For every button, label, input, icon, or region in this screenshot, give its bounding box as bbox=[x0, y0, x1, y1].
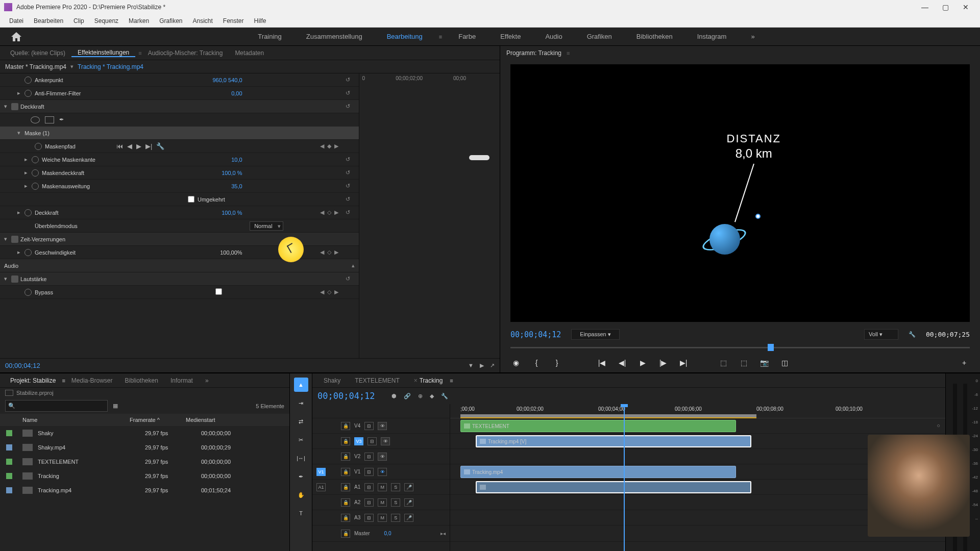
stopwatch-icon[interactable] bbox=[24, 289, 32, 296]
reset-icon[interactable]: ↺ bbox=[346, 156, 355, 163]
tab-metadaten[interactable]: Metadaten bbox=[229, 49, 270, 57]
track-options-icon[interactable]: ○ bbox=[937, 422, 940, 429]
mask-handle[interactable] bbox=[755, 214, 761, 219]
step-back-icon[interactable]: ◀| bbox=[617, 357, 628, 368]
track-play-icon[interactable]: ▶ bbox=[136, 142, 141, 150]
project-search-input[interactable] bbox=[5, 400, 108, 412]
reset-icon[interactable]: ↺ bbox=[346, 196, 355, 203]
kf-add-icon[interactable]: ◇ bbox=[327, 249, 331, 256]
track-step-fwd-icon[interactable]: ▶| bbox=[145, 142, 152, 150]
marker-link-icon[interactable]: 🔗 bbox=[404, 393, 411, 399]
workspace-farbe[interactable]: Farbe bbox=[446, 33, 488, 40]
kf-prev-icon[interactable]: ◀ bbox=[320, 209, 324, 216]
program-scrubber[interactable] bbox=[510, 343, 970, 353]
track-visibility-icon[interactable]: 👁 bbox=[378, 422, 387, 430]
mic-icon[interactable]: 🎤 bbox=[404, 514, 413, 522]
in-point-icon[interactable]: { bbox=[531, 357, 542, 368]
stopwatch-icon[interactable] bbox=[24, 209, 32, 216]
mask-rect-icon[interactable] bbox=[45, 116, 54, 123]
close-button[interactable]: ✕ bbox=[955, 3, 976, 11]
caret-icon[interactable]: ▸ bbox=[24, 156, 32, 163]
kf-add-icon[interactable]: ◇ bbox=[327, 289, 331, 295]
stopwatch-icon[interactable] bbox=[35, 143, 42, 150]
play-icon[interactable]: ▶ bbox=[637, 357, 648, 368]
mask-ellipse-icon[interactable] bbox=[31, 116, 40, 123]
keyframe-marker[interactable] bbox=[469, 155, 489, 160]
pen-tool-icon[interactable]: ✒ bbox=[294, 469, 308, 484]
reset-icon[interactable]: ↺ bbox=[346, 169, 355, 176]
out-point-icon[interactable]: } bbox=[551, 357, 562, 368]
project-item[interactable]: Tracking.mp4 29,97 fps 00;01;50;24 bbox=[0, 483, 289, 497]
kf-prev-icon[interactable]: ◀ bbox=[320, 289, 324, 295]
menu-marken[interactable]: Marken bbox=[124, 17, 154, 24]
caret-icon[interactable]: ▸ bbox=[24, 169, 32, 176]
value-deckkraft2[interactable]: 100,0 % bbox=[222, 210, 242, 216]
track-sync-icon[interactable]: ⊟ bbox=[364, 453, 374, 461]
mute-button[interactable]: M bbox=[378, 498, 387, 507]
track-lock-icon[interactable]: 🔒 bbox=[341, 530, 350, 538]
track-sync-icon[interactable]: ⊟ bbox=[364, 422, 374, 430]
track-back-icon[interactable]: ⏮ bbox=[116, 142, 123, 150]
solo-button[interactable]: S bbox=[391, 483, 400, 491]
workspace-zusammenstellung[interactable]: Zusammenstellung bbox=[294, 33, 375, 40]
track-sync-icon[interactable]: ⊟ bbox=[364, 498, 374, 507]
goto-out-icon[interactable]: ▶| bbox=[678, 357, 689, 368]
slip-tool-icon[interactable]: |↔| bbox=[294, 451, 308, 465]
expand-icon[interactable]: ▸◂ bbox=[440, 531, 446, 536]
value-maskendeck[interactable]: 100,0 % bbox=[222, 170, 242, 176]
filter-icon[interactable]: ▼ bbox=[468, 362, 474, 369]
reset-icon[interactable]: ↺ bbox=[346, 90, 355, 96]
marker-icon[interactable]: ◉ bbox=[510, 357, 522, 368]
tab-bibliotheken[interactable]: Bibliotheken bbox=[119, 377, 164, 384]
fx-icon[interactable] bbox=[11, 276, 18, 283]
workspace-bibliotheken[interactable]: Bibliotheken bbox=[624, 33, 685, 40]
type-tool-icon[interactable]: T bbox=[294, 506, 308, 520]
menu-hilfe[interactable]: Hilfe bbox=[249, 17, 272, 24]
effect-timeline[interactable]: 0 00;00;02;00 00;00 bbox=[359, 73, 500, 358]
prop-maske[interactable]: Maske (1) bbox=[24, 130, 50, 136]
stopwatch-icon[interactable] bbox=[32, 183, 39, 190]
clip-textelement[interactable]: TEXTELEMENT bbox=[460, 420, 736, 432]
track-visibility-icon[interactable]: 👁 bbox=[381, 437, 390, 445]
program-monitor[interactable]: DISTANZ 8,0 km bbox=[510, 64, 970, 322]
planet-graphic[interactable] bbox=[709, 224, 745, 260]
compare-icon[interactable]: ◫ bbox=[779, 357, 790, 368]
stopwatch-icon[interactable] bbox=[32, 156, 39, 163]
caret-icon[interactable]: ▾ bbox=[4, 236, 11, 242]
mask-pen-icon[interactable]: ✒ bbox=[59, 116, 68, 123]
caret-icon[interactable]: ▸ bbox=[17, 209, 24, 216]
solo-button[interactable]: S bbox=[391, 498, 400, 507]
track-visibility-icon[interactable]: 👁 bbox=[378, 468, 387, 476]
reset-icon[interactable]: ↺ bbox=[346, 103, 355, 110]
selection-tool-icon[interactable]: ▲ bbox=[294, 378, 308, 392]
playhead-icon[interactable] bbox=[768, 344, 774, 351]
effect-timecode[interactable]: 00;00;04;12 bbox=[5, 362, 40, 369]
chevron-down-icon[interactable]: ▾ bbox=[70, 63, 74, 70]
mute-button[interactable]: M bbox=[378, 483, 387, 491]
caret-icon[interactable]: ▾ bbox=[17, 130, 24, 136]
kf-prev-icon[interactable]: ◀ bbox=[320, 143, 324, 149]
fx-icon[interactable] bbox=[11, 236, 18, 243]
source-a1[interactable]: A1 bbox=[316, 483, 326, 491]
col-medienstart[interactable]: Medienstart bbox=[186, 417, 283, 423]
program-menu-icon[interactable]: ≡ bbox=[567, 50, 570, 56]
maximize-button[interactable]: ▢ bbox=[935, 3, 955, 11]
snapshot-icon[interactable]: 📷 bbox=[758, 357, 770, 368]
resolution-dropdown[interactable]: Voll ▾ bbox=[864, 329, 898, 340]
kf-next-icon[interactable]: ▶ bbox=[334, 143, 338, 149]
caret-icon[interactable]: ▾ bbox=[4, 103, 11, 110]
track-visibility-icon[interactable]: 👁 bbox=[378, 453, 387, 461]
reset-icon[interactable]: ↺ bbox=[346, 77, 355, 83]
tab-quelle[interactable]: Quelle: (keine Clips) bbox=[4, 49, 71, 57]
reset-icon[interactable]: ↺ bbox=[346, 209, 355, 216]
track-step-back-icon[interactable]: ◀ bbox=[127, 142, 132, 150]
track-sync-icon[interactable]: ⊟ bbox=[364, 514, 374, 522]
clip-audio[interactable] bbox=[476, 481, 751, 493]
checkbox-bypass[interactable] bbox=[215, 288, 222, 295]
track-sync-icon[interactable]: ⊟ bbox=[364, 483, 374, 491]
settings-icon[interactable]: 🔧 bbox=[441, 393, 448, 399]
mic-icon[interactable]: 🎤 bbox=[404, 483, 413, 491]
step-fwd-icon[interactable]: |▶ bbox=[657, 357, 669, 368]
kf-next-icon[interactable]: ▶ bbox=[334, 249, 338, 256]
track-lock-icon[interactable]: 🔒 bbox=[341, 514, 350, 522]
